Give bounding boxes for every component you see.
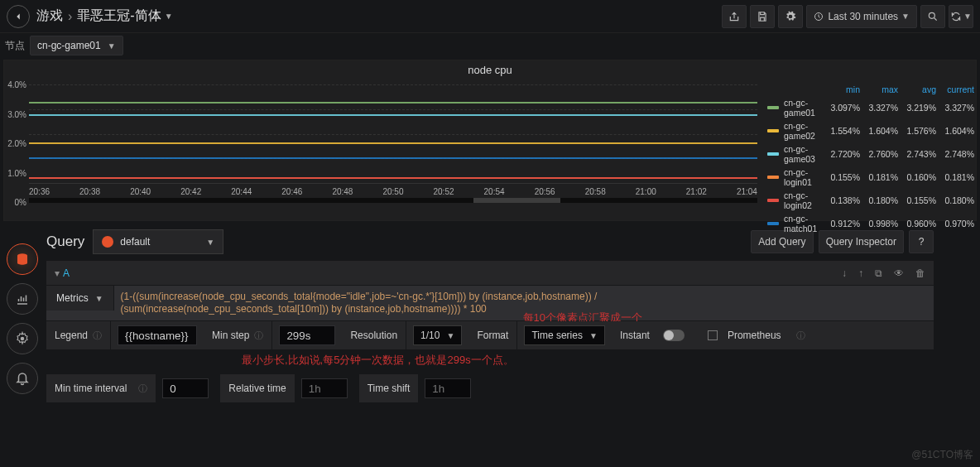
duplicate-icon[interactable]: ⧉ [875,267,882,279]
panel-node-cpu: node cpu 4.0%3.0%2.0%1.0%0% 20:3620:3820… [3,60,977,221]
variable-bar: 节点 cn-gc-game01 ▼ [0,33,980,58]
annotation-minstep: 最小步长,比如说,每5分钟一次数据，也就是299s一个点。 [242,353,934,368]
query-row-label: A [63,267,70,279]
watermark: @51CTO博客 [911,448,973,462]
settings-button[interactable] [778,5,803,28]
instant-label: Instant [612,321,658,349]
refresh-button[interactable]: ▼ [949,5,973,28]
chart-icon [15,291,30,306]
chevron-down-icon: ▼ [901,12,910,21]
rail-alert-button[interactable] [7,363,38,394]
var-node-picker[interactable]: cn-gc-game01 ▼ [30,36,123,55]
legend-header: minmaxavgcurrent [767,83,974,96]
min-time-interval-input[interactable] [162,378,209,398]
query-options-row: Legendⓘ Min stepⓘ Resolution 1/10▼ Forma… [46,321,934,349]
resolution-select[interactable]: 1/10▼ [413,325,462,345]
legend-row[interactable]: cn-gc-login020.138%0.180%0.155%0.180% [767,189,974,212]
rail-general-button[interactable] [7,323,38,354]
relative-time-input[interactable] [301,378,348,398]
chevron-down-icon: ▾ [55,267,60,279]
metrics-label: Metrics [56,292,89,304]
x-axis: 20:3620:3820:4020:4220:4420:4620:4820:50… [29,184,757,196]
clock-icon [814,12,824,22]
metrics-button[interactable]: Metrics ▼ [46,286,114,311]
var-node-value: cn-gc-game01 [37,40,101,51]
breadcrumb-root[interactable]: 游戏 [36,7,63,25]
move-down-icon[interactable]: ↓ [842,267,847,279]
prometheus-link[interactable]: Prometheus [699,321,790,349]
chevron-down-icon: ▼ [963,12,972,21]
legend-row[interactable]: cn-gc-match010.912%0.998%0.960%0.970% [767,212,974,235]
datasource-picker[interactable]: default ▼ [93,229,223,254]
search-icon [927,11,939,22]
chevron-down-icon: ▼ [206,238,214,247]
time-picker[interactable]: Last 30 minutes ▼ [806,5,917,28]
external-link-icon [708,330,718,340]
format-select[interactable]: Time series▼ [524,325,604,345]
time-shift-input[interactable] [425,378,471,398]
editor-side-rail [7,243,38,394]
metrics-row: Metrics ▼ (1-((sum(increase(node_cpu_sec… [46,286,934,321]
scrollbar-thumb[interactable] [473,198,561,203]
chevron-down-icon: ▼ [108,41,116,51]
chevron-down-icon: ▼ [95,294,103,303]
datasource-name: default [120,236,150,248]
chart-plot[interactable]: 4.0%3.0%2.0%1.0%0% 20:3620:3820:4020:422… [4,79,757,220]
share-icon [728,11,740,22]
chart-scrollbar[interactable] [29,198,757,203]
var-label: 节点 [5,39,25,53]
move-up-icon[interactable]: ↑ [858,267,863,279]
legend-row[interactable]: cn-gc-game021.554%1.604%1.576%1.604% [767,119,974,142]
chevron-down-icon[interactable]: ▼ [165,12,173,21]
chart-grid [29,84,757,184]
chart-legend: minmaxavgcurrent cn-gc-game013.097%3.327… [757,79,976,220]
legend-row[interactable]: cn-gc-game013.097%3.327%3.219%3.327% [767,96,974,119]
back-button[interactable] [7,5,30,28]
save-icon [757,11,768,22]
info-icon: ⓘ [93,330,102,342]
breadcrumb: 游戏 › 罪恶王冠-简体 ▼ [36,7,173,25]
bell-icon [15,371,30,386]
minstep-input[interactable] [279,325,335,345]
min-time-interval-label: Min time intervalⓘ [46,374,156,402]
format-label: Format [468,321,517,349]
chevron-right-icon: › [68,9,72,24]
legend-row[interactable]: cn-gc-login010.155%0.181%0.160%0.181% [767,166,974,189]
save-button[interactable] [750,5,775,28]
legend-input[interactable] [118,325,197,345]
panel-title[interactable]: node cpu [4,60,976,79]
gear-icon [15,331,30,346]
query-title: Query [46,234,84,250]
info-icon: ⓘ [254,330,263,342]
info-icon[interactable]: ⓘ [796,330,805,342]
svg-point-1 [929,12,934,18]
query-time-options: Min time intervalⓘ Relative time Time sh… [46,374,934,402]
delete-icon[interactable]: 🗑 [915,267,925,279]
query-row-header[interactable]: ▾ A ↓ ↑ ⧉ 👁 🗑 [46,261,934,286]
prometheus-icon [102,236,113,248]
legend-label: Legendⓘ [46,321,111,349]
query-editor: Query default ▼ Add Query Query Inspecto… [46,229,934,402]
gear-icon [785,11,796,22]
instant-toggle[interactable] [663,330,685,341]
legend-row[interactable]: cn-gc-game032.720%2.760%2.743%2.748% [767,142,974,166]
rail-queries-button[interactable] [7,243,38,275]
top-bar: 游戏 › 罪恶王冠-简体 ▼ Last 30 minutes ▼ ▼ [0,0,980,33]
page-title[interactable]: 罪恶王冠-简体 [77,7,161,25]
minstep-label: Min stepⓘ [204,321,272,349]
database-icon [15,252,30,267]
relative-time-label: Relative time [220,374,294,402]
zoom-out-button[interactable] [920,5,945,28]
resolution-label: Resolution [342,321,406,349]
info-icon: ⓘ [138,383,147,395]
time-shift-label: Time shift [359,374,419,402]
time-picker-label: Last 30 minutes [828,11,898,22]
share-button[interactable] [722,5,747,28]
y-axis: 4.0%3.0%2.0%1.0%0% [4,84,29,202]
rail-visualization-button[interactable] [7,283,38,315]
svg-point-3 [21,337,25,341]
arrow-left-icon [12,11,24,22]
refresh-icon [950,11,962,22]
toggle-visibility-icon[interactable]: 👁 [894,267,904,279]
